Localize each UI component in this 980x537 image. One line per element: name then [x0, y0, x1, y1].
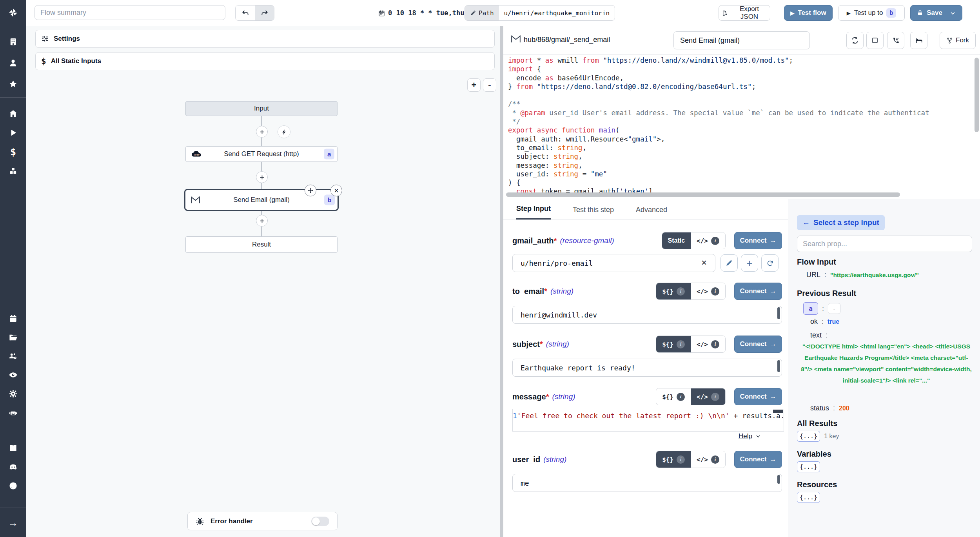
js-mode-segment[interactable]: </>i	[691, 451, 725, 468]
workers-robot-icon[interactable]	[0, 406, 26, 420]
template-mode-segment[interactable]: ${}i	[656, 283, 691, 299]
export-json-button[interactable]: Export JSON	[719, 5, 770, 21]
select-step-input-badge[interactable]: ← Select a step input	[797, 215, 885, 230]
step-a-key-badge[interactable]: a	[803, 302, 818, 315]
workspace-building-icon[interactable]	[0, 34, 26, 49]
help-link[interactable]: Help	[739, 432, 761, 440]
info-icon: i	[677, 393, 685, 401]
text-value[interactable]: "<!DOCTYPE html> <html lang="en"> <head>…	[800, 341, 973, 386]
add-step-button[interactable]	[256, 126, 268, 138]
schedules-calendar-icon[interactable]	[0, 311, 26, 325]
runs-play-icon[interactable]	[0, 125, 26, 140]
path-pill[interactable]: Path u/henri/earthquake_monitorin	[465, 5, 615, 21]
js-mode-segment[interactable]: </>i	[691, 336, 725, 352]
to-email-input[interactable]	[512, 306, 782, 324]
panel-divider[interactable]	[500, 26, 503, 537]
error-handler-toggle[interactable]	[311, 517, 329, 526]
editor-vertical-scrollbar[interactable]	[975, 58, 979, 132]
flow-node-input[interactable]: Input	[185, 101, 338, 116]
docs-book-icon[interactable]	[0, 441, 26, 455]
input-scroll-nub[interactable]	[777, 475, 780, 484]
connect-button[interactable]: Connect→	[734, 388, 782, 405]
groups-icon[interactable]	[0, 349, 26, 363]
resources-expand-badge[interactable]: {...}	[797, 492, 820, 503]
user-id-input[interactable]	[512, 474, 782, 492]
connect-button[interactable]: Connect→	[734, 283, 782, 300]
favorites-star-icon[interactable]	[0, 77, 26, 91]
status-row[interactable]: status : 200	[810, 404, 849, 412]
flow-node-result[interactable]: Result	[185, 236, 338, 253]
template-mode-segment[interactable]: ${}i	[656, 336, 691, 352]
flow-canvas[interactable]: Settings $ All Static Inputs + - Input H…	[26, 26, 500, 537]
expand-editor-button[interactable]	[866, 32, 884, 49]
add-step-button[interactable]	[256, 171, 268, 183]
variables-expand-badge[interactable]: {...}	[797, 461, 820, 472]
edit-resource-button[interactable]	[720, 254, 738, 272]
test-flow-button[interactable]: ▶ Test flow	[784, 5, 833, 21]
flow-summary-input[interactable]	[34, 5, 225, 20]
editor-scroll-nub[interactable]	[773, 410, 783, 413]
settings-gear-icon[interactable]	[0, 386, 26, 401]
tab-step-input[interactable]: Step Input	[516, 205, 551, 220]
connect-button[interactable]: Connect→	[734, 451, 782, 468]
folders-icon[interactable]	[0, 330, 26, 344]
tab-test-this-step[interactable]: Test this step	[573, 206, 614, 220]
flow-settings-bar[interactable]: Settings	[35, 30, 495, 48]
error-handler-bar[interactable]: Error handler	[187, 512, 338, 530]
zoom-in-button[interactable]: +	[467, 78, 481, 92]
flow-node-get-request[interactable]: HTTP Send GET Request (http) a	[185, 146, 338, 162]
connect-button[interactable]: Connect→	[734, 336, 782, 353]
connect-button[interactable]: Connect→	[734, 232, 782, 249]
clear-resource-icon[interactable]: ×	[701, 258, 707, 267]
expand-sidebar-arrow-icon[interactable]: →	[0, 516, 26, 530]
delete-step-button[interactable]: ×	[330, 185, 342, 196]
add-resource-button[interactable]: +	[741, 254, 758, 272]
message-expression-editor[interactable]: 1 'Feel free to check out the latest rep…	[512, 409, 784, 432]
test-up-to-button[interactable]: ▶ Test up to b	[838, 5, 905, 21]
github-icon[interactable]	[0, 479, 26, 493]
template-mode-segment[interactable]: ${}i	[656, 451, 691, 468]
input-scroll-nub[interactable]	[777, 360, 780, 372]
home-icon[interactable]	[0, 106, 26, 120]
tab-advanced[interactable]: Advanced	[636, 206, 667, 220]
suspend-bed-button[interactable]	[910, 32, 927, 49]
editor-horizontal-scrollbar[interactable]	[506, 192, 900, 197]
schedule-display[interactable]: 0 10 18 * * tue,thu	[378, 0, 464, 26]
static-mode-segment[interactable]: Static	[662, 232, 691, 249]
webhook-phone-button[interactable]	[887, 32, 904, 49]
discord-icon[interactable]	[0, 460, 26, 474]
fork-label: Fork	[956, 36, 969, 44]
undo-button[interactable]	[236, 5, 255, 20]
flow-input-url-row[interactable]: URL : "https://earthquake.usgs.gov/"	[806, 271, 919, 279]
js-mode-segment[interactable]: </>i	[691, 283, 725, 299]
save-button[interactable]: Save	[910, 5, 962, 21]
chevron-down-icon[interactable]	[950, 10, 956, 16]
collapsed-value-badge[interactable]: -	[828, 303, 840, 314]
variables-dollar-icon[interactable]: $	[0, 145, 26, 159]
windmill-logo-icon[interactable]	[0, 5, 26, 20]
step-summary-input[interactable]	[673, 31, 810, 49]
search-prop-input[interactable]	[797, 236, 972, 252]
fork-button[interactable]: Fork	[940, 32, 976, 49]
text-row[interactable]: text :	[810, 331, 828, 339]
refresh-resource-button[interactable]	[761, 254, 779, 272]
input-scroll-nub[interactable]	[777, 307, 780, 319]
js-mode-segment[interactable]: </>i	[691, 388, 725, 405]
js-mode-segment[interactable]: </>i	[691, 232, 725, 249]
redo-button[interactable]	[255, 5, 274, 20]
ok-row[interactable]: ok : true	[810, 317, 839, 326]
user-icon[interactable]	[0, 56, 26, 70]
zoom-out-button[interactable]: -	[483, 78, 496, 92]
add-step-button[interactable]	[256, 215, 268, 227]
move-step-handle[interactable]	[305, 185, 316, 196]
trigger-bolt-button[interactable]	[278, 125, 290, 138]
code-editor[interactable]: import * as wmill from "https://deno.lan…	[503, 56, 976, 193]
audit-eye-icon[interactable]	[0, 368, 26, 382]
template-mode-segment[interactable]: ${}i	[656, 388, 691, 405]
all-static-inputs-bar[interactable]: $ All Static Inputs	[35, 52, 495, 70]
resources-cubes-icon[interactable]	[0, 164, 26, 178]
subject-input[interactable]	[512, 359, 782, 377]
all-results-expand-badge[interactable]: {...}	[797, 431, 820, 442]
sync-script-button[interactable]	[846, 32, 864, 49]
resource-path-input[interactable]	[512, 254, 715, 272]
